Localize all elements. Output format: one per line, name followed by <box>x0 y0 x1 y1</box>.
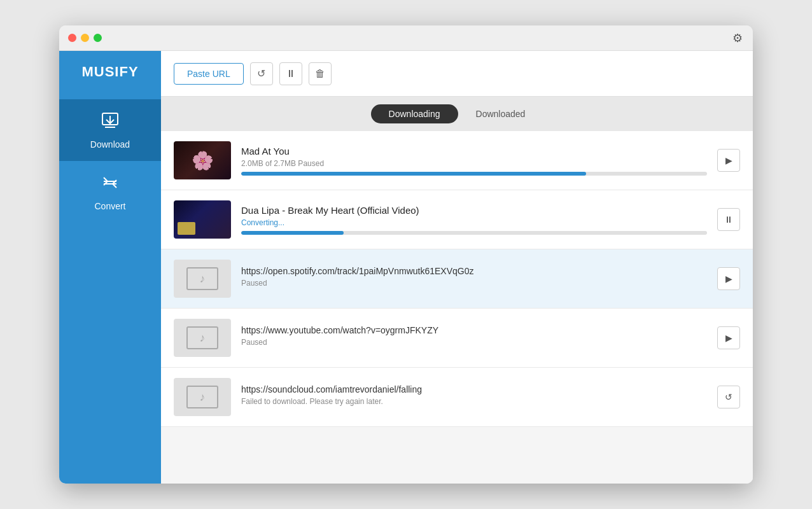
pause-all-button[interactable]: ⏸ <box>279 62 302 85</box>
pause-icon-2: ⏸ <box>724 214 733 225</box>
maximize-button[interactable] <box>94 34 102 42</box>
toolbar: Paste URL ↺ ⏸ 🗑 <box>161 51 753 97</box>
convert-icon <box>100 172 120 197</box>
app-window: ⚙ MUSIFY Download <box>59 25 753 484</box>
item-thumbnail-4 <box>174 319 231 357</box>
item-thumbnail-5 <box>174 378 231 416</box>
progress-bar-fill-1 <box>241 172 586 176</box>
item-status-1: 2.0MB of 2.7MB Paused <box>241 159 707 168</box>
sidebar-item-convert[interactable]: Convert <box>59 161 161 223</box>
download-item-5: https://soundcloud.com/iamtrevordaniel/f… <box>161 368 753 427</box>
close-button[interactable] <box>68 34 76 42</box>
play-icon-3: ▶ <box>725 274 732 284</box>
item-thumbnail-3 <box>174 260 231 298</box>
item-info-3: https://open.spotify.com/track/1paiMpVnm… <box>241 266 707 291</box>
traffic-lights <box>68 34 102 42</box>
item-info-4: https://www.youtube.com/watch?v=oygrmJFK… <box>241 325 707 351</box>
retry-icon-5: ↺ <box>725 392 732 402</box>
item-thumbnail-1 <box>174 141 231 179</box>
tab-downloading[interactable]: Downloading <box>371 104 458 123</box>
tabs-container: Downloading Downloaded <box>161 97 753 131</box>
item-play-button-4[interactable]: ▶ <box>717 326 740 349</box>
tab-downloaded[interactable]: Downloaded <box>458 104 543 123</box>
item-retry-button-5[interactable]: ↺ <box>717 386 740 408</box>
placeholder-icon-5 <box>186 386 218 408</box>
placeholder-icon-4 <box>186 326 218 349</box>
progress-bar-container-2 <box>241 231 707 235</box>
item-title-2: Dua Lipa - Break My Heart (Official Vide… <box>241 205 707 216</box>
item-info-2: Dua Lipa - Break My Heart (Official Vide… <box>241 205 707 235</box>
title-bar: ⚙ <box>59 25 753 51</box>
download-icon <box>100 111 120 136</box>
paste-url-button[interactable]: Paste URL <box>174 63 244 85</box>
download-item-2: Dua Lipa - Break My Heart (Official Vide… <box>161 190 753 249</box>
app-logo: MUSIFY <box>81 64 138 80</box>
item-play-button-3[interactable]: ▶ <box>717 267 740 290</box>
item-info-5: https://soundcloud.com/iamtrevordaniel/f… <box>241 384 707 410</box>
item-info-1: Mad At You 2.0MB of 2.7MB Paused <box>241 146 707 176</box>
sidebar-item-download[interactable]: Download <box>59 99 161 161</box>
item-status-3: Paused <box>241 279 707 288</box>
progress-bar-container-1 <box>241 172 707 176</box>
content-area: Paste URL ↺ ⏸ 🗑 Downloading Downloaded <box>161 51 753 484</box>
download-item-1: Mad At You 2.0MB of 2.7MB Paused ▶ <box>161 131 753 190</box>
item-status-4: Paused <box>241 338 707 347</box>
item-title-4: https://www.youtube.com/watch?v=oygrmJFK… <box>241 325 707 335</box>
item-title-5: https://soundcloud.com/iamtrevordaniel/f… <box>241 384 707 394</box>
placeholder-icon-3 <box>186 267 218 290</box>
trash-icon: 🗑 <box>315 68 325 80</box>
settings-button[interactable]: ⚙ <box>732 31 743 45</box>
download-item-3: https://open.spotify.com/track/1paiMpVnm… <box>161 249 753 309</box>
download-list: Mad At You 2.0MB of 2.7MB Paused ▶ Dua <box>161 131 753 484</box>
download-item-4: https://www.youtube.com/watch?v=oygrmJFK… <box>161 309 753 368</box>
pause-icon: ⏸ <box>286 68 296 80</box>
item-status-5: Failed to download. Please try again lat… <box>241 397 707 406</box>
item-pause-button-2[interactable]: ⏸ <box>717 208 740 231</box>
delete-all-button[interactable]: 🗑 <box>309 62 332 85</box>
item-thumbnail-2 <box>174 200 231 239</box>
refresh-icon: ↺ <box>257 67 265 80</box>
play-icon-4: ▶ <box>725 333 732 343</box>
sidebar-item-download-label: Download <box>90 139 130 150</box>
item-title-3: https://open.spotify.com/track/1paiMpVnm… <box>241 266 707 276</box>
item-title-1: Mad At You <box>241 146 707 157</box>
item-play-button-1[interactable]: ▶ <box>717 149 740 172</box>
minimize-button[interactable] <box>81 34 89 42</box>
main-layout: MUSIFY Download <box>59 51 753 484</box>
play-icon-1: ▶ <box>725 155 732 165</box>
item-status-2: Converting... <box>241 218 707 227</box>
refresh-button[interactable]: ↺ <box>250 62 273 85</box>
sidebar-item-convert-label: Convert <box>94 201 125 211</box>
progress-bar-fill-2 <box>241 231 344 235</box>
sidebar: MUSIFY Download <box>59 51 161 484</box>
